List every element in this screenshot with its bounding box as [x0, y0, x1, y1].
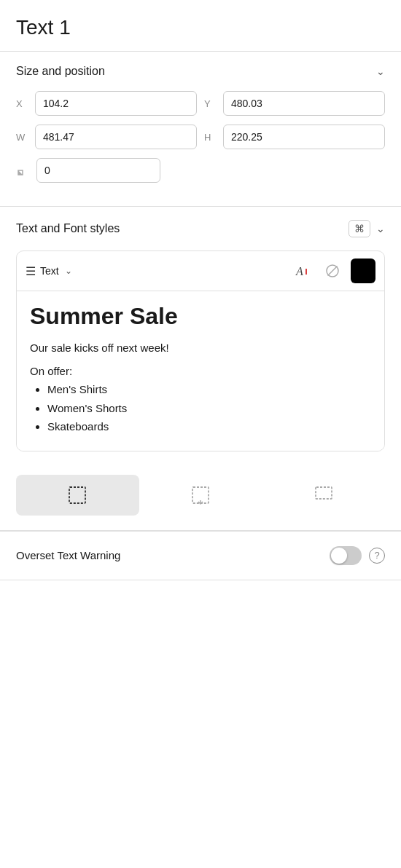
list-item: Women's Shorts — [47, 399, 371, 418]
x-label: X — [16, 98, 28, 109]
toggle-knob — [331, 548, 347, 564]
svg-rect-7 — [316, 487, 332, 499]
y-label: Y — [204, 98, 216, 109]
help-icon[interactable]: ? — [369, 548, 385, 564]
color-swatch[interactable] — [351, 259, 375, 283]
w-label: W — [16, 132, 28, 143]
text-style-dropdown-label: Text — [40, 265, 59, 277]
font-style-button[interactable]: A — [289, 259, 314, 283]
frame-type-row — [16, 475, 385, 516]
list-item: Skateboards — [47, 417, 371, 436]
xy-row: X Y — [16, 91, 385, 116]
rotation-input[interactable] — [36, 158, 160, 183]
h-label: H — [204, 132, 216, 143]
overset-text-section: Overset Text Warning ? — [0, 532, 401, 580]
auto-height-button[interactable] — [139, 475, 262, 516]
y-input[interactable] — [223, 91, 385, 116]
fixed-frame-button[interactable] — [16, 475, 139, 516]
rotation-row — [16, 158, 385, 183]
preview-headline: Summer Sale — [30, 303, 371, 330]
text-preview-area: Summer Sale Our sale kicks off next week… — [17, 291, 384, 451]
svg-text:A: A — [295, 265, 303, 277]
x-input[interactable] — [35, 91, 197, 116]
svg-rect-4 — [69, 487, 85, 503]
rotation-icon — [16, 164, 29, 177]
text-style-toolbar: ☰ Text ⌄ A — [17, 251, 384, 291]
svg-line-3 — [328, 267, 338, 276]
chevron-down-icon-font: ⌄ — [376, 223, 385, 234]
text-style-dropdown[interactable]: ☰ Text ⌄ — [26, 264, 284, 278]
overset-controls: ? — [330, 546, 385, 565]
chevron-down-icon: ⌄ — [376, 66, 385, 77]
font-header-controls: ⌘ ⌄ — [349, 220, 385, 237]
text-font-label: Text and Font styles — [16, 222, 120, 235]
auto-size-button[interactable] — [262, 475, 385, 516]
list-item: Men's Shirts — [47, 380, 371, 399]
size-and-position-label: Size and position — [16, 65, 105, 78]
cmd-badge[interactable]: ⌘ — [349, 220, 370, 237]
page-title-section: Text 1 — [0, 0, 401, 52]
preview-list: Men's Shirts Women's Shorts Skateboards — [30, 380, 371, 436]
w-input[interactable] — [35, 125, 197, 149]
text-style-container: ☰ Text ⌄ A Summer Sale Our sale kic — [16, 250, 385, 451]
frame-type-section — [0, 463, 401, 531]
size-and-position-header[interactable]: Size and position ⌄ — [0, 52, 401, 91]
size-and-position-section: Size and position ⌄ X Y W H — [0, 52, 401, 207]
overset-toggle[interactable] — [330, 546, 362, 565]
text-font-section: Text and Font styles ⌘ ⌄ ☰ Text ⌄ A — [0, 207, 401, 532]
size-position-fields: X Y W H — [0, 91, 401, 206]
text-font-header[interactable]: Text and Font styles ⌘ ⌄ — [0, 207, 401, 250]
wh-row: W H — [16, 125, 385, 149]
page-title: Text 1 — [16, 16, 385, 39]
no-style-button[interactable] — [320, 259, 345, 283]
h-input[interactable] — [223, 125, 385, 149]
preview-body: Our sale kicks off next week! — [30, 340, 371, 357]
text-align-icon: ☰ — [26, 264, 36, 278]
preview-list-intro: On offer: — [30, 365, 371, 377]
overset-label: Overset Text Warning — [16, 549, 120, 561]
dropdown-arrow-icon: ⌄ — [65, 266, 72, 276]
